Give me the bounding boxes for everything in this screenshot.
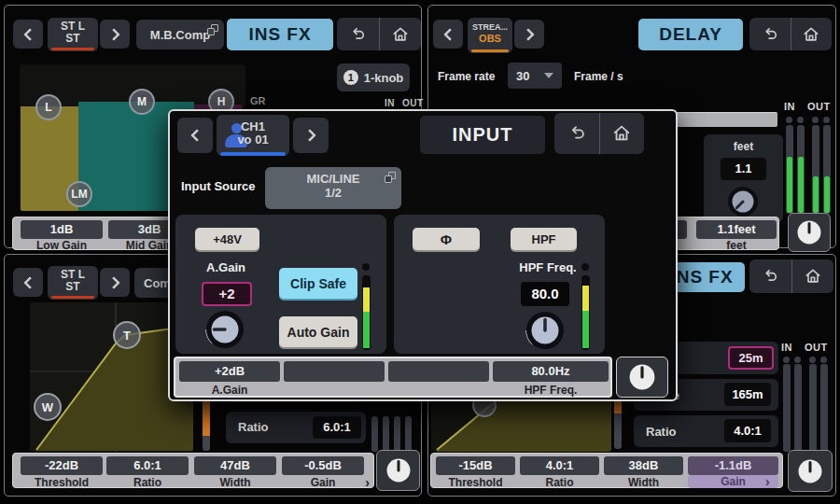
touch-knob-button[interactable] (788, 450, 833, 492)
hpf-button[interactable]: HPF (511, 228, 577, 250)
meter-in-r (383, 416, 389, 452)
ratio-row-value[interactable]: 4.0:1 (724, 419, 771, 442)
footer-value-width[interactable]: 38dB (604, 456, 683, 475)
channel-select-button[interactable]: ST L ST (48, 266, 98, 300)
undo-button[interactable] (749, 18, 791, 50)
undo-button[interactable] (337, 18, 379, 50)
footer-value-threshold[interactable]: -15dB (436, 456, 515, 475)
prev-channel-button[interactable] (13, 268, 43, 297)
footer-value-ratio[interactable]: 6.0:1 (106, 456, 189, 475)
input-level-meter (362, 275, 371, 350)
footer-value-2[interactable] (284, 361, 385, 382)
footer-label-hpf: HPF Freq. (493, 384, 609, 397)
hpf-level-meter (581, 275, 590, 350)
attack-row: 25m (676, 342, 778, 374)
footer-value-gain[interactable]: -1.1dB (688, 456, 778, 475)
next-channel-button[interactable] (514, 20, 544, 49)
in-label: IN (385, 98, 395, 108)
console-screen: ST L ST M.B.Comp INS FX L M H LM 1 1-kno… (0, 0, 840, 504)
meter-out-r (405, 416, 412, 452)
footer-value-delay[interactable]: 1.1feet (696, 220, 777, 239)
undo-icon (761, 267, 779, 286)
band-handle-lm[interactable]: LM (66, 181, 92, 207)
input-popup: CH1 vo 01 INPUT Input Source MIC/LINE 1/… (168, 109, 678, 401)
meter-peak-dot (581, 263, 589, 271)
channel-name-line1: STREA... (472, 23, 508, 33)
footer-value-hpf[interactable]: 80.0Hz (493, 361, 609, 382)
channel-name-line2: ST (65, 33, 79, 45)
channel-select-button[interactable]: CH1 vo 01 (217, 115, 289, 156)
meter-peak-dot (783, 357, 790, 363)
next-channel-button[interactable] (293, 118, 329, 153)
hpf-section: Φ HPF HPF Freq. 80.0 (394, 215, 605, 354)
home-button[interactable] (791, 18, 833, 50)
meter-peak-dot (797, 117, 804, 123)
chevron-right-icon (106, 275, 119, 288)
prev-channel-button[interactable] (433, 20, 463, 49)
home-button[interactable] (599, 113, 645, 154)
footer-more-arrow[interactable]: › (765, 475, 770, 488)
footer-value-gain[interactable]: -0.5dB (282, 456, 364, 475)
next-channel-button[interactable] (100, 20, 130, 49)
delay-value[interactable]: 1.1 (721, 158, 766, 180)
again-value[interactable]: +2 (202, 282, 252, 306)
one-knob-button[interactable]: 1 1-knob (337, 63, 410, 91)
release-value[interactable]: 165m (724, 383, 771, 406)
chevron-down-icon (544, 73, 553, 78)
channel-select-button[interactable]: ST L ST (48, 18, 98, 51)
delay-knob[interactable] (726, 185, 760, 218)
touch-knob-button[interactable] (376, 450, 420, 491)
in-label: IN (784, 101, 795, 112)
auto-gain-button[interactable]: Auto Gain (279, 316, 357, 347)
footer-label-again: A.Gain (179, 384, 280, 397)
phase-button[interactable]: Φ (413, 228, 480, 250)
next-channel-button[interactable] (100, 268, 130, 297)
footer-value-ratio[interactable]: 4.0:1 (520, 456, 599, 475)
hpf-knob[interactable] (524, 309, 567, 352)
fx-preset-button[interactable]: M.B.Comp (136, 20, 224, 49)
width-handle[interactable]: W (34, 393, 62, 421)
system-nav (337, 18, 421, 50)
touch-knob-button[interactable] (616, 357, 668, 398)
hpf-freq-value[interactable]: 80.0 (521, 282, 569, 306)
input-source-button[interactable]: MIC/LINE 1/2 (265, 167, 401, 209)
undo-button[interactable] (554, 113, 599, 154)
meter-peak-dot (820, 357, 827, 363)
attack-value[interactable]: 25m (728, 346, 774, 370)
band-handle-l[interactable]: L (35, 94, 62, 120)
prev-channel-button[interactable] (177, 118, 213, 153)
touch-knob-button[interactable] (788, 213, 831, 252)
frame-rate-dropdown[interactable]: 30 (508, 63, 562, 89)
chevron-left-icon (189, 129, 203, 142)
undo-icon (348, 25, 367, 44)
meter-in-r (794, 364, 802, 452)
prev-channel-button[interactable] (13, 20, 43, 49)
ratio-row-value[interactable]: 6.0:1 (313, 416, 361, 439)
footer-label-width: Width (194, 476, 276, 489)
footer-value-again[interactable]: +2dB (179, 361, 280, 382)
home-button[interactable] (791, 259, 834, 293)
footer-label-width: Width (604, 476, 683, 489)
footer-label-low-gain: Low Gain (21, 239, 103, 252)
again-knob[interactable] (203, 308, 246, 351)
footer-value-low-gain[interactable]: 1dB (21, 220, 103, 239)
footer-value-width[interactable]: 47dB (194, 456, 276, 475)
clip-safe-button[interactable]: Clip Safe (279, 268, 357, 299)
footer-value-3[interactable] (388, 361, 489, 382)
analog-gain-section: +48V A.Gain +2 Clip Safe Auto Gain (175, 215, 386, 354)
undo-button[interactable] (749, 259, 791, 293)
ratio-row-label: Ratio (238, 420, 269, 434)
ratio-row: Ratio 4.0:1 (634, 415, 778, 447)
band-handle-m[interactable]: M (129, 89, 155, 115)
home-button[interactable] (379, 18, 422, 50)
footer-value-threshold[interactable]: -22dB (21, 456, 103, 475)
again-label: A.Gain (194, 260, 258, 274)
footer-more-arrow[interactable]: › (365, 476, 370, 489)
channel-select-button[interactable]: STREA... OBS (468, 18, 512, 53)
threshold-handle[interactable]: T (113, 321, 141, 349)
phantom-48v-button[interactable]: +48V (195, 228, 259, 250)
out-label: OUT (807, 101, 831, 112)
gr-label: GR (250, 95, 266, 106)
footer-label-gain: Gain (282, 476, 364, 489)
meter-in-l (783, 364, 791, 452)
